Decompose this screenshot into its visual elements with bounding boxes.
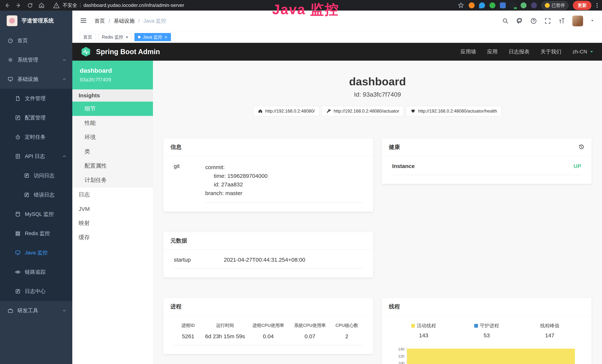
- breadcrumb-item[interactable]: 首页: [95, 17, 105, 24]
- extension-icon[interactable]: [531, 2, 537, 8]
- fullscreen-icon[interactable]: [544, 17, 551, 24]
- tab-close-icon[interactable]: ×: [165, 35, 167, 40]
- page-head: dashboard Id: 93a3fc7f7409: [163, 61, 592, 98]
- card-title: 元数据: [170, 237, 187, 245]
- sba-item-environment[interactable]: 环境: [72, 130, 153, 144]
- hamburger-icon[interactable]: [80, 17, 87, 25]
- sba-item-scheduled-tasks[interactable]: 计划任务: [72, 173, 153, 187]
- avatar-caret-icon[interactable]: [590, 18, 595, 23]
- live-threads-swatch: [411, 324, 415, 328]
- sba-body: dashboard 93a3fc7f7409 Insights 细节 性能 环境…: [72, 61, 602, 364]
- app-title: 芋道管理系统: [22, 17, 54, 24]
- browser-actions: 已暂停 更新: [458, 1, 598, 10]
- extension-icon[interactable]: [489, 2, 495, 8]
- tab-close-icon[interactable]: ×: [126, 35, 128, 40]
- sba-item-performance[interactable]: 性能: [72, 116, 153, 130]
- extension-icon[interactable]: [500, 2, 506, 8]
- spring-boot-admin-logo: [80, 46, 91, 57]
- avatar[interactable]: [572, 16, 583, 26]
- infrastructure-icon: [7, 76, 13, 82]
- sba-item-details[interactable]: 细节: [72, 102, 153, 116]
- file-icon: [15, 96, 21, 101]
- language-selector[interactable]: zh-CN: [572, 49, 594, 55]
- actuator-url-link[interactable]: http://192.168.0.2:48080/actuator: [322, 106, 404, 116]
- threads-legend: 活动线程 143 守护进程 53 线程峰值 14: [392, 322, 581, 339]
- chevron-up-icon: [62, 154, 67, 159]
- sidebar-item-api-logs[interactable]: API 日志: [0, 147, 72, 166]
- logo-image: [7, 15, 17, 26]
- breadcrumb-item[interactable]: 基础设施: [114, 17, 135, 24]
- sidebar-item-mysql-monitor[interactable]: MySQL 监控: [0, 204, 72, 224]
- sba-nav-applications[interactable]: 应用: [487, 48, 498, 55]
- address-bar[interactable]: 不安全 dashboard.yudao.iocoder.cn/infra/adm…: [53, 2, 184, 9]
- search-icon[interactable]: [502, 17, 509, 24]
- paused-badge[interactable]: 已暂停: [541, 1, 569, 10]
- back-icon[interactable]: [4, 2, 10, 9]
- page-subtitle: Id: 93a3fc7f7409: [163, 91, 592, 98]
- forward-icon[interactable]: [15, 2, 22, 9]
- sidebar-item-config-management[interactable]: 配置管理: [0, 108, 72, 127]
- health-url-link[interactable]: http://192.168.0.2:48080/actuator/health: [406, 106, 502, 116]
- emoji-face-icon: [545, 3, 550, 8]
- active-dot: [138, 36, 140, 38]
- annotation-java-monitor: Java 监控: [272, 0, 339, 19]
- wrench-icon: [326, 109, 331, 114]
- home-icon[interactable]: [38, 2, 45, 9]
- sidebar-item-java-monitor[interactable]: Java 监控: [0, 243, 72, 262]
- sidebar-item-system[interactable]: 系统管理: [0, 50, 72, 70]
- sidebar-item-error-logs[interactable]: 错误日志: [0, 185, 72, 204]
- browser-menu-icon[interactable]: [596, 2, 598, 8]
- sba-nav-about[interactable]: 关于我们: [541, 48, 561, 55]
- github-icon[interactable]: [516, 17, 523, 24]
- sidebar-item-home[interactable]: 首页: [0, 31, 72, 50]
- sba-item-logs[interactable]: 日志: [72, 187, 153, 202]
- reload-icon[interactable]: [27, 2, 33, 9]
- admin-sidebar: 芋道管理系统 首页 系统管理 基础设施 文件管理 配置: [0, 11, 72, 364]
- sba-nav-wallboard[interactable]: 应用墙: [461, 48, 476, 55]
- breadcrumb-item-current: Java 监控: [143, 17, 166, 24]
- extension-icon[interactable]: [510, 2, 516, 8]
- instance-header[interactable]: dashboard 93a3fc7f7409: [72, 61, 153, 89]
- metadata-key: startup: [174, 257, 224, 263]
- sidebar-item-log-center[interactable]: 日志中心: [0, 282, 72, 301]
- sba-content: dashboard Id: 93a3fc7f7409 http://192.16…: [153, 61, 602, 364]
- help-icon[interactable]: [530, 17, 537, 24]
- tab-redis-monitor[interactable]: Redis 监控 ×: [98, 33, 132, 41]
- breadcrumb-separator: /: [109, 18, 110, 24]
- error-log-icon: [24, 192, 30, 198]
- sidebar-item-file-management[interactable]: 文件管理: [0, 89, 72, 108]
- sidebar-item-redis-monitor[interactable]: Redis 监控: [0, 224, 72, 243]
- gear-icon: [7, 57, 13, 63]
- toolbox-icon: [7, 308, 13, 314]
- sba-item-mappings[interactable]: 映射: [72, 216, 153, 230]
- sba-nav-journal[interactable]: 日志报表: [509, 48, 529, 55]
- sba-item-caches[interactable]: 缓存: [72, 230, 153, 245]
- extension-icon[interactable]: [479, 2, 485, 8]
- sidebar-item-access-logs[interactable]: 访问日志: [0, 166, 72, 185]
- history-icon[interactable]: [578, 144, 585, 151]
- card-title: 健康: [389, 143, 400, 151]
- sba-nav: 应用墙 应用 日志报表 关于我们 zh-CN: [461, 48, 594, 55]
- service-url-link[interactable]: http://192.168.0.2:48080/: [253, 106, 320, 116]
- sba-item-classes[interactable]: 类: [72, 144, 153, 159]
- screen: 不安全 dashboard.yudao.iocoder.cn/infra/adm…: [0, 0, 602, 364]
- extension-icon[interactable]: [469, 2, 475, 8]
- extension-icon[interactable]: [521, 2, 527, 8]
- sidebar-item-trace[interactable]: 链路追踪: [0, 262, 72, 282]
- timer-icon: [15, 134, 21, 140]
- sidebar-item-infrastructure[interactable]: 基础设施: [0, 70, 72, 89]
- bookmark-star-icon[interactable]: [458, 2, 464, 9]
- sba-item-config-properties[interactable]: 配置属性: [72, 159, 153, 173]
- sidebar-item-dev-tools[interactable]: 研发工具: [0, 301, 72, 320]
- health-card: 健康 Instance UP: [382, 139, 592, 184]
- home-icon: [258, 109, 263, 114]
- cards-grid: 信息 git commit: time: 1596289704000 id: 2…: [163, 139, 592, 364]
- sba-item-jvm[interactable]: JVM: [72, 202, 153, 216]
- url-text: dashboard.yudao.iocoder.cn/infra/admin-s…: [83, 2, 184, 8]
- peak-threads-value: 147: [518, 332, 581, 339]
- font-size-icon[interactable]: [558, 17, 565, 24]
- sidebar-item-scheduled-jobs[interactable]: 定时任务: [0, 127, 72, 147]
- tab-home[interactable]: 首页: [80, 33, 96, 41]
- update-button[interactable]: 更新: [573, 1, 591, 10]
- tab-java-monitor[interactable]: Java 监控 ×: [134, 33, 171, 41]
